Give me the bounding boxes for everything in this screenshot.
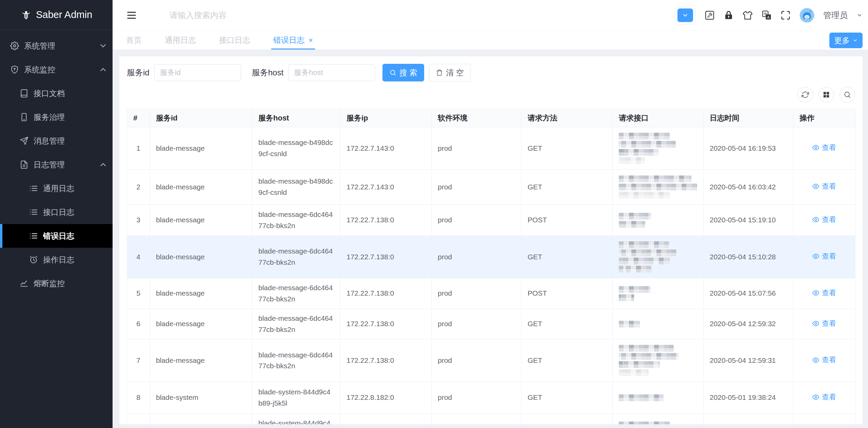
service-id-input[interactable] bbox=[154, 64, 241, 81]
tab-api-log[interactable]: 接口日志 bbox=[219, 31, 250, 50]
error-log-card: 服务id 服务host 搜 索 清 空 bbox=[119, 56, 863, 424]
refresh-button[interactable] bbox=[797, 87, 813, 103]
service-host-cell: blade-system-844d9c4b89-j5k5l bbox=[252, 414, 340, 424]
language-icon[interactable]: 中A bbox=[762, 10, 772, 20]
table-row: 2blade-messageblade-message-b498dc9cf-cs… bbox=[127, 170, 855, 205]
tab-home[interactable]: 首页 bbox=[126, 31, 142, 50]
sidebar-item-message-manage[interactable]: 消息管理 bbox=[0, 129, 113, 153]
view-link[interactable]: 查看 bbox=[812, 392, 836, 403]
tab-usual-log[interactable]: 通用日志 bbox=[165, 31, 196, 50]
more-button[interactable]: 更多 bbox=[829, 33, 863, 48]
sidebar-item-api-log[interactable]: 接口日志 bbox=[0, 200, 113, 224]
list-icon bbox=[29, 208, 38, 217]
user-menu-chevron-icon[interactable] bbox=[856, 12, 863, 18]
service-id-cell: blade-system bbox=[150, 382, 252, 414]
redacted-mosaic bbox=[619, 249, 677, 256]
gear-icon bbox=[10, 41, 19, 50]
debug-tool-icon[interactable] bbox=[705, 10, 715, 20]
close-icon[interactable]: × bbox=[309, 37, 313, 44]
sidebar-item-service-governance[interactable]: 服务治理 bbox=[0, 105, 113, 129]
chevron-down-icon bbox=[682, 12, 689, 19]
service-ip-cell: 172.22.7.138:0 bbox=[340, 339, 432, 382]
row-index-cell: 3 bbox=[127, 205, 150, 236]
menu-toggle-button[interactable] bbox=[125, 10, 138, 20]
view-link-label: 查看 bbox=[822, 392, 836, 403]
service-id-cell: blade-message bbox=[150, 170, 252, 205]
search-icon bbox=[844, 91, 851, 98]
chevron-up-icon bbox=[99, 65, 107, 74]
action-cell: 查看 bbox=[793, 309, 855, 339]
redacted-mosaic bbox=[619, 192, 670, 199]
redacted-mosaic bbox=[619, 221, 645, 228]
column-header: 操作 bbox=[793, 109, 855, 127]
view-link[interactable]: 查看 bbox=[812, 354, 836, 366]
log-time-cell: 2020-05-04 15:10:28 bbox=[704, 236, 793, 278]
view-link[interactable]: 查看 bbox=[812, 287, 836, 299]
method-cell: GET bbox=[521, 309, 613, 339]
table-row: 5blade-messageblade-message-6dc46477cb-b… bbox=[127, 278, 855, 309]
theme-icon[interactable] bbox=[743, 10, 753, 20]
action-cell: 查看 bbox=[793, 205, 855, 236]
sidebar-item-system-manage[interactable]: 系统管理 bbox=[0, 34, 113, 58]
sidebar-item-usual-log[interactable]: 通用日志 bbox=[0, 176, 113, 200]
row-index-cell: 9 bbox=[127, 414, 150, 424]
top-dropdown-button[interactable] bbox=[675, 6, 696, 24]
service-id-cell: blade-message bbox=[150, 278, 252, 309]
service-id-cell: blade-system bbox=[150, 414, 252, 424]
sidebar-item-error-log[interactable]: 错误日志 bbox=[0, 224, 113, 248]
redacted-mosaic bbox=[619, 361, 659, 368]
view-link[interactable]: 查看 bbox=[812, 251, 836, 262]
sidebar-item-api-docs[interactable]: 接口文档 bbox=[0, 81, 113, 105]
redacted-mosaic bbox=[619, 157, 645, 164]
search-button[interactable]: 搜 索 bbox=[382, 64, 424, 81]
chevron-down-icon bbox=[99, 41, 107, 50]
log-time-cell: 2020-05-04 15:07:56 bbox=[704, 278, 793, 309]
method-cell: POST bbox=[521, 278, 613, 309]
redacted-mosaic bbox=[619, 258, 670, 264]
search-toggle-button[interactable] bbox=[840, 87, 855, 103]
sidebar-item-label: 服务治理 bbox=[34, 112, 65, 123]
document-icon bbox=[20, 160, 28, 169]
redacted-mosaic bbox=[619, 241, 669, 248]
table-row: 3blade-messageblade-message-6dc46477cb-b… bbox=[127, 205, 855, 236]
table-row: 7blade-messageblade-message-6dc46477cb-b… bbox=[127, 339, 855, 382]
redacted-mosaic bbox=[619, 141, 676, 148]
tab-error-log[interactable]: 错误日志× bbox=[273, 31, 313, 50]
redacted-mosaic bbox=[619, 422, 670, 424]
view-link[interactable]: 查看 bbox=[812, 318, 836, 329]
clear-button[interactable]: 清 空 bbox=[429, 64, 471, 81]
service-ip-cell: 172.22.7.138:0 bbox=[340, 278, 432, 309]
global-search-input[interactable] bbox=[169, 10, 315, 20]
error-log-table: #服务id服务host服务ip软件环境请求方法请求接口日志时间操作1blade-… bbox=[127, 109, 855, 424]
chart-icon bbox=[20, 279, 28, 288]
grid-icon bbox=[823, 91, 830, 98]
column-settings-button[interactable] bbox=[818, 87, 834, 103]
log-time-cell: 2020-05-04 16:03:42 bbox=[704, 170, 793, 205]
sidebar-item-log-manage[interactable]: 日志管理 bbox=[0, 153, 113, 176]
username[interactable]: 管理员 bbox=[823, 10, 848, 21]
view-link[interactable]: 查看 bbox=[812, 214, 836, 225]
lock-icon[interactable] bbox=[724, 10, 734, 20]
sidebar-item-system-monitor[interactable]: 系统监控 bbox=[0, 58, 113, 81]
service-host-cell: blade-message-6dc46477cb-bks2n bbox=[252, 278, 340, 309]
redacted-mosaic bbox=[619, 266, 651, 273]
eye-icon bbox=[812, 253, 819, 260]
env-cell: prod bbox=[432, 127, 521, 170]
view-link[interactable]: 查看 bbox=[812, 142, 836, 153]
service-host-input[interactable] bbox=[288, 64, 375, 81]
fullscreen-icon[interactable] bbox=[781, 10, 791, 20]
log-time-cell: 2020-05-04 16:19:53 bbox=[704, 127, 793, 170]
table-row: 8blade-systemblade-system-844d9c4b89-j5k… bbox=[127, 382, 855, 414]
table-row: 1blade-messageblade-message-b498dc9cf-cs… bbox=[127, 127, 855, 170]
sidebar-item-operate-log[interactable]: 操作日志 bbox=[0, 248, 113, 272]
view-link[interactable]: 查看 bbox=[812, 181, 836, 192]
service-host-cell: blade-message-6dc46477cb-bks2n bbox=[252, 309, 340, 339]
refresh-icon bbox=[802, 91, 809, 98]
avatar[interactable] bbox=[800, 8, 814, 23]
list-icon bbox=[29, 231, 38, 240]
view-link[interactable]: 查看 bbox=[812, 423, 836, 424]
eye-icon bbox=[812, 183, 819, 190]
sidebar-item-circuit-monitor[interactable]: 熔断监控 bbox=[0, 272, 113, 295]
view-link-label: 查看 bbox=[822, 214, 836, 225]
tab-label: 通用日志 bbox=[165, 35, 196, 45]
